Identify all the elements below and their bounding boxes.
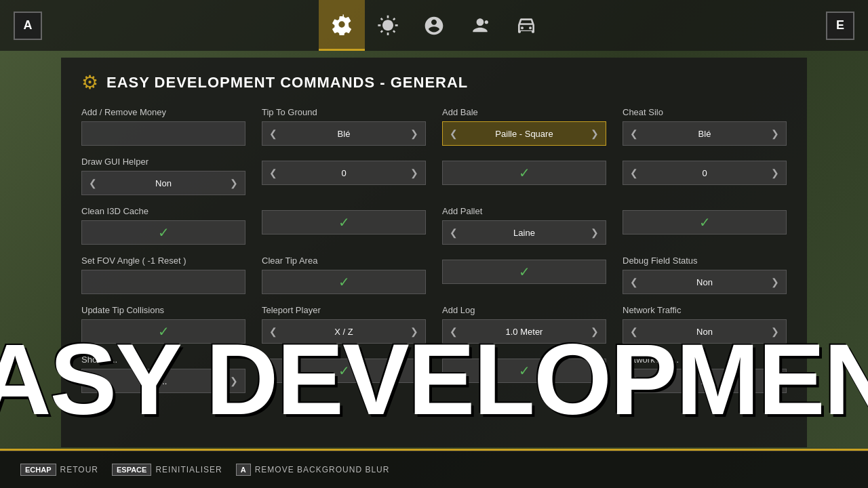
add-pallet-prev[interactable]: ❮ xyxy=(443,221,465,244)
debug-field-status-label: Debug Field Status xyxy=(623,256,787,266)
tip-to-ground-selector[interactable]: ❮ Blé ❯ xyxy=(262,121,426,146)
add-log-prev[interactable]: ❮ xyxy=(443,320,465,343)
draw-gui-helper-group: Draw GUI Helper ❮ Non ❯ xyxy=(81,157,245,195)
add-pallet-check[interactable]: ✓ xyxy=(442,260,606,284)
main-panel: ⚙ EASY DEVELOPMENT COMMANDS - GENERAL Ad… xyxy=(61,58,807,447)
add-pallet-selector[interactable]: ❮ Laine ❯ xyxy=(442,220,606,245)
teleport-player-next[interactable]: ❯ xyxy=(403,320,425,343)
top-navigation: A xyxy=(0,0,868,51)
tip-to-ground-num-next[interactable]: ❯ xyxy=(403,161,425,184)
teleport-player-selector[interactable]: ❮ X / Z ❯ xyxy=(262,319,426,344)
debug-field-status-next[interactable]: ❯ xyxy=(764,270,786,293)
nav-settings-tab[interactable] xyxy=(319,0,365,51)
teleport-player-prev[interactable]: ❮ xyxy=(262,320,284,343)
network-traffic-next[interactable]: ❯ xyxy=(764,320,786,343)
clean-i3d-label: Clean I3D Cache xyxy=(81,206,245,216)
add-pallet-label: Add Pallet xyxy=(442,206,606,216)
update-tip-collisions-label: Update Tip Collisions xyxy=(81,305,245,315)
add-log-next[interactable]: ❯ xyxy=(584,320,606,343)
add-bale-label: Add Bale xyxy=(442,107,606,117)
clear-tip-area-group: Clear Tip Area ✓ xyxy=(262,256,426,294)
add-log-check[interactable]: ✓ xyxy=(442,359,606,383)
cheat-silo-num-prev[interactable]: ❮ xyxy=(623,161,645,184)
add-bale-selector[interactable]: ❮ Paille - Square ❯ xyxy=(442,121,606,146)
add-pallet-next[interactable]: ❯ xyxy=(584,221,606,244)
nav-player-tab[interactable] xyxy=(457,0,503,51)
footer-btn-reinitialiser[interactable]: ESPACE REINITIALISER xyxy=(112,464,222,476)
show-t-group: Show T... ❮ ... ❯ xyxy=(81,354,245,393)
tip-to-ground-num-prev[interactable]: ❮ xyxy=(262,161,284,184)
network-acti-prev[interactable]: ❮ xyxy=(623,369,645,392)
network-traffic-prev[interactable]: ❮ xyxy=(623,320,645,343)
nav-key-a[interactable]: A xyxy=(14,12,42,40)
update-tip-collisions-check-icon: ✓ xyxy=(158,323,170,340)
add-remove-money-group: Add / Remove Money xyxy=(81,107,245,146)
debug-field-status-value: Non xyxy=(645,277,764,287)
tip-to-ground-check[interactable]: ✓ xyxy=(262,210,426,235)
update-tip-collisions-check[interactable]: ✓ xyxy=(81,319,245,344)
teleport-player-check-icon: ✓ xyxy=(338,363,350,379)
draw-gui-helper-next[interactable]: ❯ xyxy=(223,171,245,195)
network-acti-label: Network Acti... xyxy=(623,354,787,365)
cheat-silo-check[interactable]: ✓ xyxy=(623,210,787,235)
teleport-player-check[interactable]: ✓ xyxy=(262,359,426,383)
add-remove-money-input[interactable] xyxy=(81,121,245,146)
cheat-silo-selector[interactable]: ❮ Blé ❯ xyxy=(623,121,787,146)
add-log-selector[interactable]: ❮ 1.0 Meter ❯ xyxy=(442,319,606,344)
network-traffic-selector[interactable]: ❮ Non ❯ xyxy=(623,319,787,344)
tip-to-ground-label: Tip To Ground xyxy=(262,107,426,117)
cheat-silo-num-next[interactable]: ❯ xyxy=(764,161,786,184)
page-title-row: ⚙ EASY DEVELOPMENT COMMANDS - GENERAL xyxy=(81,71,787,94)
show-t-prev[interactable]: ❮ xyxy=(82,369,104,392)
nav-key-e[interactable]: E xyxy=(826,12,854,40)
draw-gui-helper-prev[interactable]: ❮ xyxy=(82,171,104,195)
tip-to-ground-num-group: ❮ 0 ❯ xyxy=(262,157,426,195)
page-icon: ⚙ xyxy=(81,71,98,94)
add-bale-check[interactable]: ✓ xyxy=(442,161,606,185)
nav-weather-tab[interactable] xyxy=(365,0,411,51)
cheat-silo-num-selector[interactable]: ❮ 0 ❯ xyxy=(623,161,787,185)
clean-i3d-check[interactable]: ✓ xyxy=(81,220,245,245)
nav-vehicle-tab[interactable] xyxy=(503,0,549,51)
debug-field-status-selector[interactable]: ❮ Non ❯ xyxy=(623,270,787,294)
footer-label-reinitialiser: REINITIALISER xyxy=(155,465,222,474)
set-fov-field[interactable] xyxy=(82,277,245,287)
draw-gui-helper-selector[interactable]: ❮ Non ❯ xyxy=(81,171,245,195)
footer-btn-remove-blur[interactable]: A REMOVE BACKGROUND BLUR xyxy=(236,464,390,476)
add-bale-check-group: ✓ xyxy=(442,157,606,195)
cheat-silo-prev[interactable]: ❮ xyxy=(623,122,645,145)
footer-key-espace: ESPACE xyxy=(112,464,151,476)
network-traffic-value: Non xyxy=(645,327,764,337)
add-remove-money-field[interactable] xyxy=(82,128,245,139)
nav-icons xyxy=(319,0,549,51)
footer-bar: ECHAP RETOUR ESPACE REINITIALISER A REMO… xyxy=(0,451,868,488)
debug-field-status-prev[interactable]: ❮ xyxy=(623,270,645,293)
set-fov-input[interactable] xyxy=(81,270,245,294)
tip-to-ground-num-selector[interactable]: ❮ 0 ❯ xyxy=(262,161,426,185)
draw-gui-helper-label: Draw GUI Helper xyxy=(81,157,245,167)
cheat-silo-next[interactable]: ❯ xyxy=(764,122,786,145)
show-t-next[interactable]: ❯ xyxy=(223,369,245,392)
clear-tip-area-check-icon: ✓ xyxy=(338,274,350,290)
nav-worker-tab[interactable] xyxy=(411,0,457,51)
tip-to-ground-prev[interactable]: ❮ xyxy=(262,122,284,145)
set-fov-label: Set FOV Angle ( -1 Reset ) xyxy=(81,256,245,266)
network-acti-value: ... xyxy=(645,376,764,386)
clear-tip-area-check[interactable]: ✓ xyxy=(262,270,426,294)
add-log-group: Add Log ❮ 1.0 Meter ❯ xyxy=(442,305,606,344)
tip-to-ground-check-group: ✓ xyxy=(262,206,426,245)
footer-btn-retour[interactable]: ECHAP RETOUR xyxy=(20,464,98,476)
network-acti-next[interactable]: ❯ xyxy=(764,369,786,392)
teleport-player-label: Teleport Player xyxy=(262,305,426,315)
footer-label-retour: RETOUR xyxy=(60,465,98,474)
show-t-value: ... xyxy=(104,376,223,386)
add-bale-prev[interactable]: ❮ xyxy=(443,122,465,145)
clean-i3d-group: Clean I3D Cache ✓ xyxy=(81,206,245,245)
tip-to-ground-next[interactable]: ❯ xyxy=(403,122,425,145)
add-bale-next[interactable]: ❯ xyxy=(584,122,606,145)
footer-label-remove-blur: REMOVE BACKGROUND BLUR xyxy=(255,465,390,474)
add-pallet-check-icon: ✓ xyxy=(519,264,530,280)
show-t-label: Show T... xyxy=(81,354,245,365)
show-t-selector[interactable]: ❮ ... ❯ xyxy=(81,369,245,393)
network-acti-selector[interactable]: ❮ ... ❯ xyxy=(623,369,787,393)
